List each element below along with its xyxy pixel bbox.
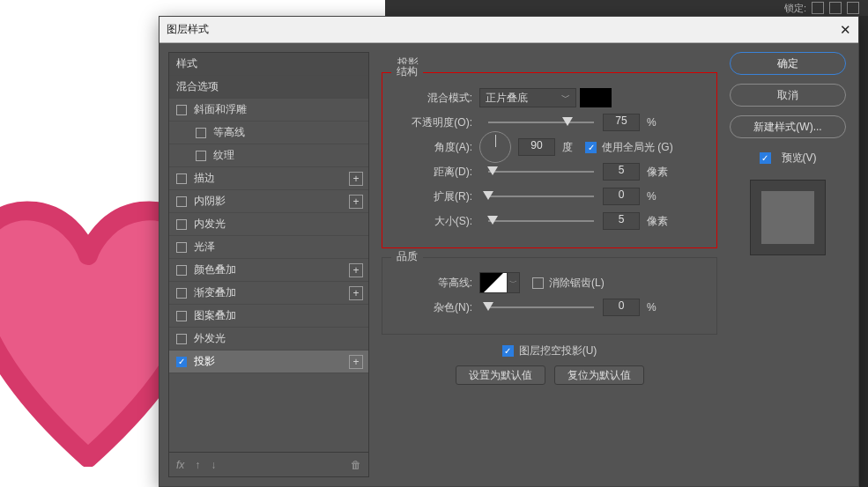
contour-swatch bbox=[479, 272, 508, 293]
preview-label: 预览(V) bbox=[782, 151, 817, 166]
add-icon[interactable]: + bbox=[349, 263, 363, 277]
contour-row: 等高线: ﹀ 消除锯齿(L) bbox=[395, 270, 704, 295]
styles-header[interactable]: 样式 bbox=[169, 53, 368, 76]
add-icon[interactable]: + bbox=[349, 195, 363, 209]
percent-unit: % bbox=[647, 190, 657, 203]
style-label: 颜色叠加 bbox=[194, 262, 236, 277]
style-label: 内阴影 bbox=[194, 194, 226, 209]
style-label: 外发光 bbox=[194, 331, 226, 346]
checkbox-icon[interactable] bbox=[176, 219, 187, 230]
blend-mode-select[interactable]: 正片叠底 ﹀ bbox=[479, 88, 576, 107]
styles-panel: 样式 混合选项 斜面和浮雕 等高线 纹理 描边+ 内阴影+ 内发光 光泽 颜色叠… bbox=[168, 52, 369, 477]
lock-label: 锁定: bbox=[784, 2, 806, 15]
opacity-input[interactable]: 75 bbox=[603, 114, 640, 131]
style-label: 斜面和浮雕 bbox=[194, 102, 247, 117]
style-label: 图案叠加 bbox=[194, 308, 236, 323]
spread-label: 扩展(R): bbox=[395, 189, 472, 204]
structure-title: 结构 bbox=[391, 64, 423, 79]
global-light-checkbox[interactable]: ✓ bbox=[585, 142, 597, 153]
add-icon[interactable]: + bbox=[349, 172, 363, 186]
add-icon[interactable]: + bbox=[349, 286, 363, 300]
checkbox-icon[interactable] bbox=[176, 288, 187, 299]
checkbox-icon[interactable] bbox=[176, 105, 187, 115]
angle-dial[interactable] bbox=[479, 131, 511, 163]
knockout-label: 图层挖空投影(U) bbox=[519, 343, 597, 358]
style-color-overlay[interactable]: 颜色叠加+ bbox=[169, 259, 368, 282]
style-outer-glow[interactable]: 外发光 bbox=[169, 328, 368, 350]
style-drop-shadow[interactable]: ✓投影+ bbox=[169, 350, 368, 373]
style-bevel[interactable]: 斜面和浮雕 bbox=[169, 99, 368, 122]
checkbox-icon[interactable] bbox=[176, 196, 187, 207]
style-pattern-overlay[interactable]: 图案叠加 bbox=[169, 305, 368, 328]
checkbox-icon[interactable] bbox=[176, 334, 187, 344]
angle-input[interactable]: 90 bbox=[518, 138, 555, 156]
noise-row: 杂色(N): 0 % bbox=[395, 295, 704, 320]
trash-icon[interactable]: 🗑 bbox=[351, 459, 361, 471]
preview-toggle[interactable]: ✓ 预览(V) bbox=[760, 151, 817, 166]
style-label: 纹理 bbox=[213, 148, 234, 163]
style-satin[interactable]: 光泽 bbox=[169, 236, 368, 259]
checkbox-icon[interactable] bbox=[176, 242, 187, 253]
knockout-checkbox[interactable]: ✓ bbox=[502, 345, 514, 357]
style-gradient-overlay[interactable]: 渐变叠加+ bbox=[169, 282, 368, 305]
global-light-label: 使用全局光 (G) bbox=[602, 140, 673, 155]
brush-icon[interactable] bbox=[829, 2, 842, 14]
blend-options[interactable]: 混合选项 bbox=[169, 76, 368, 99]
blend-options-label: 混合选项 bbox=[176, 79, 219, 94]
close-icon[interactable]: ✕ bbox=[825, 22, 851, 38]
panel-title: 投影 bbox=[397, 55, 717, 70]
antialias-checkbox[interactable] bbox=[532, 277, 544, 289]
blend-mode-row: 混合模式: 正片叠底 ﹀ bbox=[395, 85, 704, 110]
set-default-button[interactable]: 设置为默认值 bbox=[456, 365, 545, 385]
distance-label: 距离(D): bbox=[395, 165, 472, 180]
noise-label: 杂色(N): bbox=[395, 300, 472, 315]
checkbox-icon[interactable] bbox=[176, 311, 187, 321]
move-up-icon[interactable]: ↑ bbox=[195, 459, 200, 471]
styles-footer: fx ↑ ↓ 🗑 bbox=[169, 452, 368, 476]
style-label: 渐变叠加 bbox=[194, 285, 236, 300]
opacity-row: 不透明度(O): 75 % bbox=[395, 110, 704, 135]
preview-checkbox[interactable]: ✓ bbox=[760, 152, 771, 164]
style-inner-shadow[interactable]: 内阴影+ bbox=[169, 190, 368, 213]
degree-unit: 度 bbox=[562, 140, 573, 155]
checkbox-icon[interactable] bbox=[196, 128, 206, 138]
spread-input[interactable]: 0 bbox=[603, 188, 640, 205]
style-inner-glow[interactable]: 内发光 bbox=[169, 213, 368, 236]
move-icon[interactable] bbox=[847, 2, 859, 14]
reset-default-button[interactable]: 复位为默认值 bbox=[554, 365, 644, 385]
style-stroke[interactable]: 描边+ bbox=[169, 167, 368, 190]
percent-unit: % bbox=[647, 116, 657, 129]
contour-picker[interactable]: ﹀ bbox=[479, 272, 520, 293]
size-row: 大小(S): 5 像素 bbox=[395, 209, 704, 233]
distance-input[interactable]: 5 bbox=[603, 163, 640, 181]
checkbox-icon[interactable] bbox=[176, 265, 187, 276]
size-slider[interactable] bbox=[488, 214, 594, 228]
quality-title: 品质 bbox=[391, 249, 423, 264]
opacity-slider[interactable] bbox=[488, 115, 594, 129]
checkbox-icon[interactable] bbox=[196, 151, 206, 161]
style-label: 描边 bbox=[194, 171, 215, 186]
style-texture[interactable]: 纹理 bbox=[169, 144, 368, 167]
chevron-down-icon: ﹀ bbox=[561, 92, 570, 104]
move-down-icon[interactable]: ↓ bbox=[211, 459, 216, 471]
distance-row: 距离(D): 5 像素 bbox=[395, 159, 704, 184]
size-input[interactable]: 5 bbox=[603, 212, 640, 230]
dialog-titlebar[interactable]: 图层样式 ✕ bbox=[160, 17, 858, 43]
checkbox-icon[interactable] bbox=[176, 173, 187, 184]
ok-button[interactable]: 确定 bbox=[730, 52, 846, 75]
distance-slider[interactable] bbox=[488, 165, 594, 179]
cancel-button[interactable]: 取消 bbox=[730, 84, 846, 107]
new-style-button[interactable]: 新建样式(W)... bbox=[730, 115, 846, 138]
lock-icon[interactable] bbox=[812, 2, 824, 14]
add-icon[interactable]: + bbox=[349, 355, 363, 369]
topbar-lock-chip: 锁定: bbox=[784, 0, 859, 16]
noise-input[interactable]: 0 bbox=[603, 299, 640, 316]
spread-slider[interactable] bbox=[488, 189, 594, 203]
fx-icon[interactable]: fx bbox=[176, 459, 184, 471]
percent-unit: % bbox=[647, 301, 657, 314]
style-contour[interactable]: 等高线 bbox=[169, 122, 368, 144]
shadow-color-swatch[interactable] bbox=[580, 88, 612, 107]
style-label: 光泽 bbox=[194, 240, 215, 255]
checkbox-icon[interactable]: ✓ bbox=[176, 357, 187, 367]
noise-slider[interactable] bbox=[488, 300, 594, 314]
